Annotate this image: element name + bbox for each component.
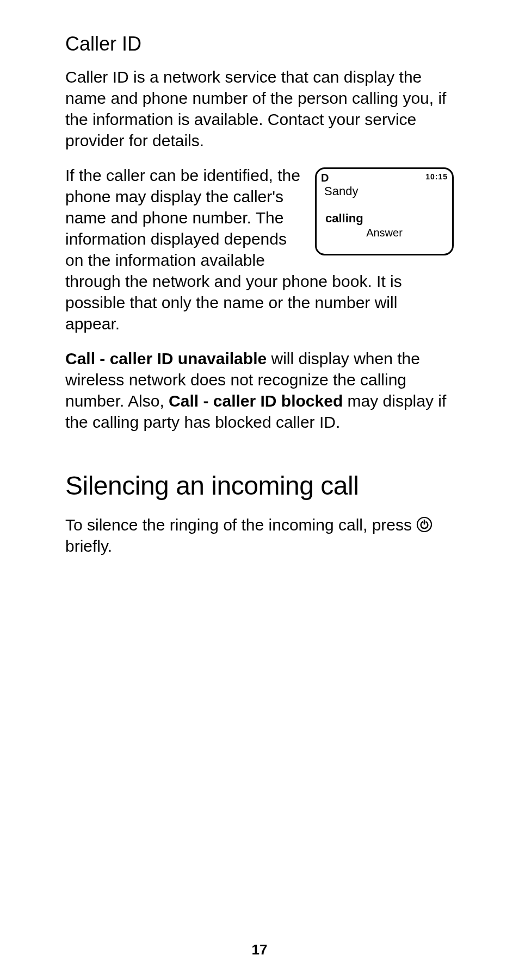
term-caller-id-unavailable: Call - caller ID unavailable	[65, 349, 267, 367]
caller-name: Sandy	[324, 184, 448, 198]
page-number: 17	[0, 941, 519, 958]
phone-status-bar: D 10:15	[321, 172, 448, 183]
softkey-answer: Answer	[321, 227, 448, 239]
svg-rect-4	[424, 520, 425, 523]
term-caller-id-blocked: Call - caller ID blocked	[169, 392, 343, 410]
signal-mode-icon: D	[321, 172, 329, 183]
heading-caller-id: Caller ID	[65, 33, 454, 55]
document-page: Caller ID Caller ID is a network service…	[0, 0, 519, 980]
power-button-icon	[416, 516, 432, 533]
paragraph-with-figure-wrap: D 10:15 Sandy calling Answer If the call…	[65, 165, 454, 348]
call-status: calling	[325, 211, 448, 226]
phone-screen-figure: D 10:15 Sandy calling Answer	[315, 167, 454, 255]
text-segment: briefly.	[65, 537, 112, 555]
paragraph-silencing: To silence the ringing of the incoming c…	[65, 514, 454, 557]
paragraph-caller-id-intro: Caller ID is a network service that can …	[65, 66, 454, 151]
phone-clock: 10:15	[425, 172, 448, 181]
heading-silencing: Silencing an incoming call	[65, 471, 454, 501]
paragraph-caller-id-unavailable: Call - caller ID unavailable will displa…	[65, 348, 454, 433]
text-segment: To silence the ringing of the incoming c…	[65, 516, 416, 534]
